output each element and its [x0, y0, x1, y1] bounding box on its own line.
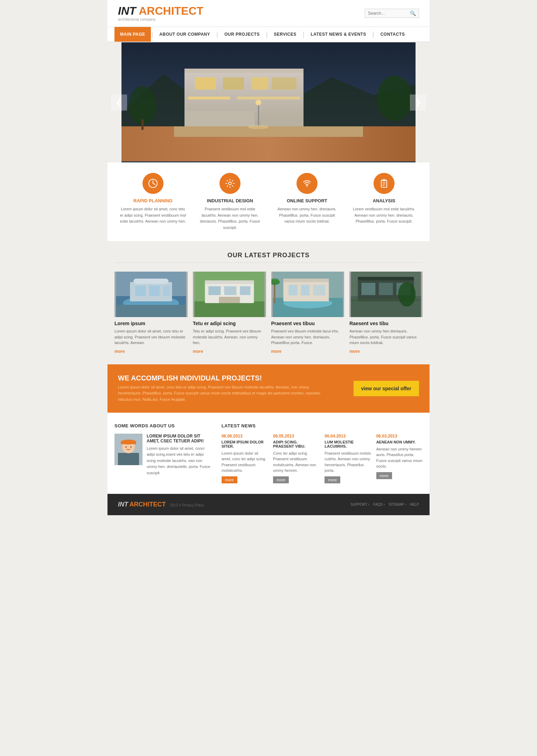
- project-card-3: Raesent ves tibu Aenean non ummy hen dre…: [349, 272, 423, 354]
- bottom-section: SOME WORDS ABOUT US: [107, 413, 430, 494]
- svg-rect-63: [379, 283, 393, 295]
- nav-link-5[interactable]: CONTACTS: [375, 27, 411, 42]
- footer-link-1[interactable]: FAQS: [373, 503, 383, 506]
- project-more-link-2[interactable]: more: [271, 349, 281, 354]
- news-item-1: 06.05.2013 ADIPI SCING. PRAESENT VIBU. C…: [273, 434, 319, 483]
- nav-item-5[interactable]: CONTACTS: [375, 27, 411, 42]
- news-item-3: 06.03.2013 AENEAN NON UMMY. Aenean non u…: [376, 434, 423, 483]
- project-image-3: [349, 272, 423, 317]
- footer-link-2[interactable]: SITEMAP: [389, 503, 404, 506]
- project-desc-0: Lorem ipsum dolor sit amet, conc tetu er…: [114, 328, 188, 346]
- hero-building-svg: [121, 42, 416, 161]
- nav-item-4[interactable]: LATEST NEWS & EVENTS: [305, 27, 371, 42]
- cta-desc: Lorem ipsum dolor sit amet, conc tetu er…: [118, 384, 328, 403]
- svg-rect-10: [237, 97, 300, 99]
- projects-divider: [114, 262, 423, 263]
- nav-item-1[interactable]: ABOUT OUR COMPANY: [154, 27, 216, 42]
- news-desc-1: Conc ter adipi scing. Praesent vestibuum…: [273, 450, 319, 474]
- nav-link-0[interactable]: MAIN PAGE: [114, 27, 151, 42]
- footer-links-list: SUPPORT • FAQS • SITEMAP • HELP: [348, 503, 419, 506]
- search-box[interactable]: 🔍: [365, 9, 419, 18]
- feature-title-0: RAPID PLANNING: [120, 198, 186, 203]
- logo-int: INT: [118, 5, 136, 17]
- footer-logo: INT ARCHITECT 2013 © Privacy Policy: [118, 501, 204, 508]
- news-date-1: 06.05.2013: [273, 434, 319, 439]
- project-image-0: [114, 272, 188, 317]
- project-more-link-0[interactable]: more: [114, 349, 125, 354]
- logo-subtitle: architectural company: [118, 17, 203, 21]
- news-item-2: 06.04.2013 LUM MOLESTIE LACUIIRHS. Praes…: [325, 434, 371, 483]
- svg-rect-34: [133, 279, 168, 284]
- svg-rect-7: [251, 77, 268, 90]
- logo: INT ARCHITECT architectural company: [118, 5, 203, 21]
- feature-title-3: ANALYSIS: [351, 198, 417, 203]
- cta-title: WE ACCOMPLISH INDIVIDUAL PROJECTS!: [118, 374, 328, 382]
- feature-desc-1: Praesent vestibuum mol estie lacuiirhs. …: [197, 206, 263, 231]
- feature-item-2: ONLINE SUPPORT Aenean non ummy hen. drer…: [268, 173, 346, 231]
- search-button[interactable]: 🔍: [410, 10, 416, 16]
- feature-title-2: ONLINE SUPPORT: [274, 198, 340, 203]
- search-input[interactable]: [368, 11, 410, 16]
- projects-section: OUR LATEST PROJECTS Lorem ipsum Lorem ip…: [107, 241, 430, 364]
- svg-point-73: [130, 446, 132, 448]
- svg-rect-68: [118, 453, 139, 465]
- svg-rect-13: [174, 126, 363, 137]
- project-more-link-3[interactable]: more: [349, 349, 360, 354]
- news-desc-2: Praesent vestibuum molsts cuiirhs. Aenea…: [325, 450, 371, 474]
- news-more-link-0[interactable]: more: [222, 476, 237, 483]
- svg-rect-45: [240, 286, 250, 295]
- project-desc-2: Praesent ves tibuum molestie lacui irhs.…: [271, 328, 344, 346]
- footer-link-3[interactable]: HELP: [410, 503, 419, 506]
- news-desc-0: Lorem ipsum dolor sit amet, conc ter adi…: [222, 450, 268, 474]
- svg-point-23: [229, 182, 231, 185]
- svg-rect-38: [116, 305, 186, 317]
- feature-icon-0: [142, 173, 163, 194]
- svg-point-24: [306, 185, 308, 187]
- feature-desc-3: Lorem vestibuum mol estie lacuiirhs. Aen…: [351, 206, 417, 225]
- nav-link-1[interactable]: ABOUT OUR COMPANY: [154, 27, 216, 42]
- hero-prev-arrow[interactable]: ❮: [111, 94, 127, 111]
- svg-point-18: [256, 100, 261, 105]
- news-grid: 06.06.2013 LOREM IPSUM DOLOR SITER. Lore…: [222, 434, 423, 483]
- project-more-link-1[interactable]: more: [193, 349, 203, 354]
- svg-rect-15: [141, 119, 144, 130]
- news-more-link-2[interactable]: more: [325, 476, 340, 483]
- svg-rect-36: [149, 286, 160, 296]
- news-more-link-3[interactable]: more: [376, 472, 392, 479]
- project-title-0: Lorem ipsum: [114, 321, 188, 326]
- nav-separator-3: |: [302, 31, 305, 38]
- project-desc-3: Aenean non ummy hen dreriauris. Phaselll…: [349, 328, 423, 346]
- svg-rect-40: [194, 301, 264, 317]
- svg-rect-42: [205, 280, 254, 284]
- cta-button[interactable]: view our special offer: [354, 381, 419, 396]
- feature-icon-2: [297, 173, 318, 194]
- news-item-0: 06.06.2013 LOREM IPSUM DOLOR SITER. Lore…: [222, 434, 268, 483]
- feature-item-0: RAPID PLANNING Lorem ipsum dolor sit ame…: [114, 173, 191, 231]
- svg-rect-37: [163, 286, 170, 296]
- news-more-link-1[interactable]: more: [273, 476, 289, 483]
- hero-next-arrow[interactable]: ❯: [410, 94, 426, 111]
- nav-link-2[interactable]: OUR PROJECTS: [219, 27, 265, 42]
- svg-rect-4: [184, 69, 304, 73]
- news-title: LATEST NEWS: [222, 423, 423, 428]
- project-card-2: Praesent ves tibuu Praesent ves tibuum m…: [271, 272, 344, 354]
- nav-item-0[interactable]: MAIN PAGE: [114, 27, 151, 42]
- projects-grid: Lorem ipsum Lorem ipsum dolor sit amet, …: [114, 272, 423, 354]
- footer-logo-arch: ARCHITECT: [130, 501, 166, 508]
- footer-link-0[interactable]: SUPPORT: [350, 503, 367, 506]
- nav-link-3[interactable]: SERVICES: [268, 27, 302, 42]
- nav-link-4[interactable]: LATEST NEWS & EVENTS: [305, 27, 371, 42]
- news-date-3: 06.03.2013: [376, 434, 423, 439]
- nav-item-2[interactable]: OUR PROJECTS: [219, 27, 265, 42]
- feature-desc-2: Aenean non ummy hen. dreriauris. Phasell…: [274, 206, 340, 225]
- about-text-block: LOREM IPSUM DOLOR SIT AMET, CSEC TETUER …: [147, 434, 211, 476]
- about-person-title: LOREM IPSUM DOLOR SIT AMET, CSEC TETUER …: [147, 434, 211, 443]
- news-date-0: 06.06.2013: [222, 434, 268, 439]
- navigation: MAIN PAGE|ABOUT OUR COMPANY|OUR PROJECTS…: [107, 27, 430, 42]
- nav-item-3[interactable]: SERVICES: [268, 27, 302, 42]
- svg-rect-51: [283, 279, 329, 282]
- news-date-2: 06.04.2013: [325, 434, 371, 439]
- svg-rect-17: [258, 104, 259, 126]
- footer-copy: 2013 © Privacy Policy: [170, 503, 204, 507]
- svg-rect-44: [224, 286, 236, 295]
